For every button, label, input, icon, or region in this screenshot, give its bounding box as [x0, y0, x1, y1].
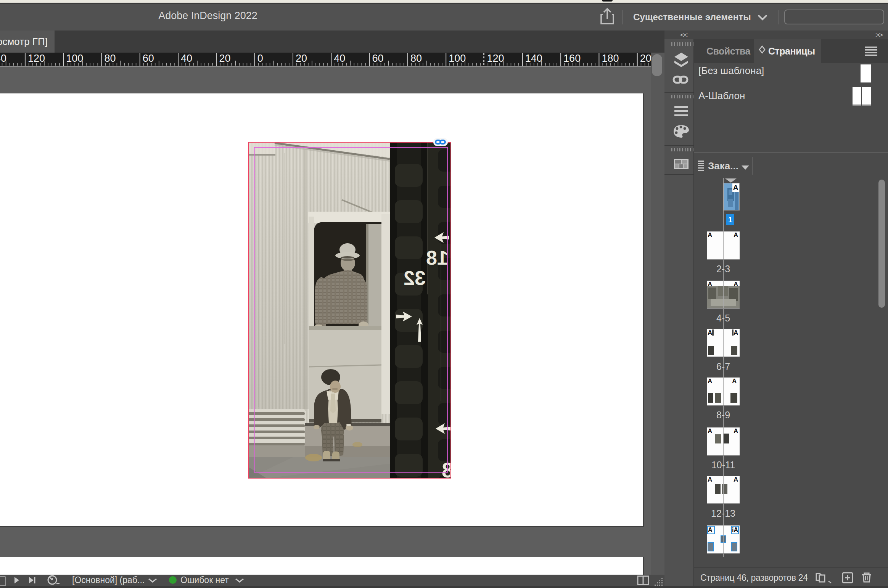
svg-text:60: 60 [143, 53, 154, 64]
svg-text:140: 140 [0, 53, 6, 64]
svg-text:8: 8 [442, 458, 451, 479]
svg-text:160: 160 [563, 53, 581, 64]
svg-text:18: 18 [426, 247, 448, 269]
svg-text:80: 80 [105, 53, 116, 64]
svg-text:180: 180 [602, 53, 619, 64]
svg-text:20: 20 [296, 53, 307, 64]
svg-text:0: 0 [257, 53, 263, 64]
svg-text:60: 60 [372, 53, 384, 64]
svg-text:120: 120 [487, 53, 504, 64]
svg-text:40: 40 [334, 53, 345, 64]
svg-text:40: 40 [181, 53, 192, 64]
svg-text:32: 32 [404, 267, 426, 289]
svg-text:[Основной] (раб...: [Основной] (раб... [72, 575, 145, 585]
svg-text:120: 120 [28, 53, 45, 64]
svg-text:20: 20 [219, 53, 230, 64]
svg-text:100: 100 [449, 53, 466, 64]
svg-text:Ошибок нет: Ошибок нет [180, 575, 229, 585]
svg-text:80: 80 [410, 53, 422, 64]
svg-text:140: 140 [525, 53, 542, 64]
svg-text:200: 200 [640, 53, 651, 64]
svg-text:100: 100 [66, 53, 83, 64]
